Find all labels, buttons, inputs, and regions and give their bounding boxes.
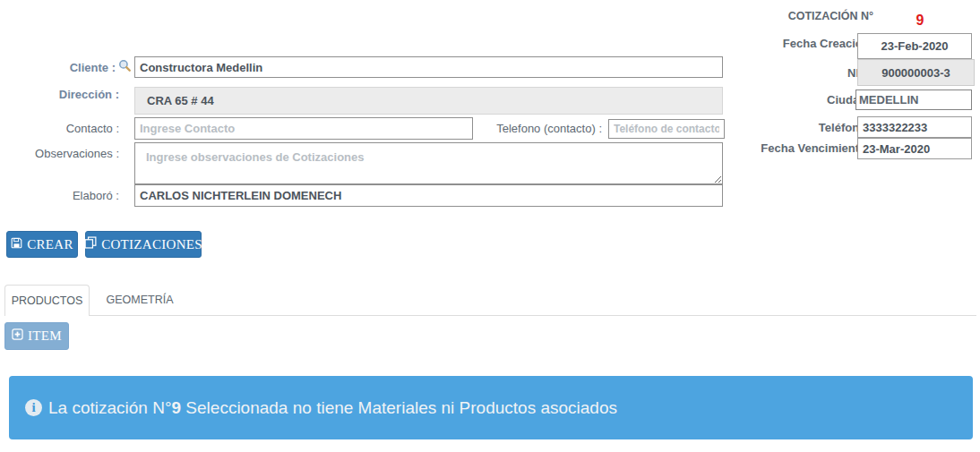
fecha-vencimiento-input[interactable]	[857, 138, 972, 159]
observaciones-textarea[interactable]	[134, 142, 723, 184]
plus-square-icon	[12, 328, 23, 344]
crear-button[interactable]: CREAR	[6, 231, 78, 258]
fecha-creacion-input[interactable]	[857, 33, 972, 59]
observaciones-label: Observaciones :	[0, 147, 119, 160]
item-button[interactable]: ITEM	[4, 322, 69, 350]
cotizaciones-button-label: COTIZACIONES	[101, 237, 202, 252]
telefono-contacto-label: Telefono (contacto) :	[473, 122, 602, 135]
ciudad-input[interactable]	[855, 90, 972, 110]
tabs-divider	[4, 315, 976, 316]
fecha-vencimiento-label: Fecha Vencimiento :	[708, 141, 873, 155]
alert-text-suffix: Seleccionada no tiene Materiales ni Prod…	[181, 398, 617, 417]
alert-text: La cotización N°9 Seleccionada no tiene …	[48, 398, 617, 418]
contacto-label: Contacto :	[0, 122, 119, 135]
nit-label: NIT :	[708, 66, 873, 80]
cotizaciones-button[interactable]: COTIZACIONES	[85, 231, 202, 258]
crear-button-label: CREAR	[27, 237, 73, 252]
telefono-input[interactable]	[857, 116, 972, 138]
fecha-creacion-label: Fecha Creación:	[708, 37, 873, 50]
elaboro-input[interactable]	[134, 184, 723, 207]
cliente-label: Cliente :	[70, 61, 116, 74]
cotizacion-page: COTIZACIÓN N° 9 Fecha Creación: NIT : 90…	[0, 0, 980, 452]
tab-productos[interactable]: PRODUCTOS	[4, 285, 90, 316]
floppy-save-icon	[11, 237, 22, 252]
item-button-label: ITEM	[28, 328, 62, 344]
cliente-input[interactable]	[134, 56, 723, 78]
info-circle-icon: i	[25, 399, 42, 416]
tab-productos-label: PRODUCTOS	[12, 294, 83, 307]
telefono-label: Teléfono :	[708, 121, 873, 134]
telefono-contacto-input[interactable]	[608, 119, 725, 139]
copy-icon	[84, 236, 97, 252]
cotizacion-number-label: COTIZACIÓN N°	[708, 10, 873, 22]
tab-geometria-label: GEOMETRÍA	[106, 294, 173, 306]
tab-geometria[interactable]: GEOMETRÍA	[90, 285, 190, 315]
direccion-field: CRA 65 # 44	[134, 87, 723, 115]
contacto-input[interactable]	[134, 117, 473, 140]
alert-text-prefix: La cotización N°	[48, 398, 172, 417]
cotizacion-number-value: 9	[907, 13, 933, 29]
direccion-label: Dirección :	[0, 88, 119, 101]
info-alert: i La cotización N°9 Seleccionada no tien…	[9, 376, 973, 439]
nit-field: 900000003-3	[857, 59, 975, 86]
ciudad-label: Ciudad :	[708, 93, 873, 107]
elaboro-label: Elaboró :	[0, 189, 119, 202]
search-icon[interactable]	[118, 59, 132, 76]
alert-quote-number: 9	[172, 398, 182, 417]
